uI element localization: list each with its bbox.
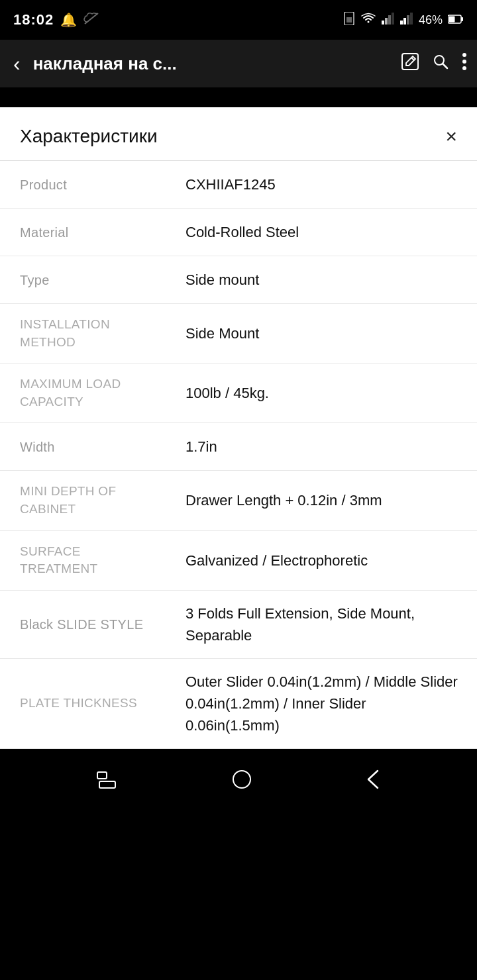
spec-label-depth: MINI DEPTH OF CABINET — [0, 471, 172, 530]
svg-point-20 — [233, 771, 250, 788]
battery-percent: 46% — [419, 13, 443, 27]
card-title: Характеристики — [20, 126, 158, 147]
status-left: 18:02 🔔 — [13, 11, 101, 28]
home-icon[interactable] — [231, 769, 252, 795]
svg-rect-3 — [385, 18, 388, 24]
svg-point-17 — [462, 66, 466, 70]
svg-rect-8 — [407, 15, 409, 24]
table-row: MAXIMUM LOAD CAPACITY 100lb / 45kg. — [0, 364, 477, 423]
svg-point-16 — [462, 60, 466, 64]
spec-value-slide-style: 3 Folds Full Extension, Side Mount, Sepa… — [172, 591, 477, 658]
recent-apps-icon[interactable] — [97, 771, 118, 793]
spec-value-material: Cold-Rolled Steel — [172, 209, 477, 256]
spec-label-type: Type — [0, 256, 172, 303]
table-row: INSTALLATION METHOD Side Mount — [0, 304, 477, 364]
wifi-icon — [360, 13, 376, 28]
svg-rect-5 — [392, 13, 394, 24]
table-row: PLATE THICKNESS Outer Slider 0.04in(1.2m… — [0, 659, 477, 749]
nav-bar: ‹ накладная на с... — [0, 40, 477, 87]
spec-value-surface: Galvanized / Electrophoretic — [172, 531, 477, 590]
bottom-nav — [0, 749, 477, 815]
sim-icon — [343, 12, 355, 28]
battery-icon — [448, 13, 464, 27]
spec-label-load: MAXIMUM LOAD CAPACITY — [0, 364, 172, 422]
svg-rect-1 — [346, 17, 352, 23]
spec-label-slide-style: Black SLIDE STYLE — [0, 591, 172, 658]
no-alert-icon — [83, 12, 101, 28]
spec-value-installation: Side Mount — [172, 304, 477, 363]
svg-rect-12 — [461, 17, 463, 21]
svg-point-15 — [462, 53, 466, 57]
signal-bars-2-icon — [400, 13, 413, 28]
card-header: Характеристики × — [0, 107, 477, 161]
page-title: накладная на с... — [33, 54, 392, 74]
svg-rect-11 — [449, 16, 455, 22]
spec-label-material: Material — [0, 209, 172, 256]
spec-label-product: Product — [0, 161, 172, 208]
search-icon[interactable] — [431, 52, 450, 75]
spec-label-plate: PLATE THICKNESS — [0, 659, 172, 748]
spec-value-type: Side mount — [172, 256, 477, 303]
table-row: Product CXHIIAF1245 — [0, 161, 477, 209]
specs-table: Product CXHIIAF1245 Material Cold-Rolled… — [0, 161, 477, 749]
status-bar: 18:02 🔔 — [0, 0, 477, 40]
spec-label-surface: SURFACE TREATMENT — [0, 531, 172, 590]
svg-rect-2 — [382, 21, 384, 24]
black-separator — [0, 87, 477, 107]
table-row: Type Side mount — [0, 256, 477, 304]
svg-rect-4 — [388, 15, 391, 24]
close-button[interactable]: × — [445, 126, 457, 146]
table-row: SURFACE TREATMENT Galvanized / Electroph… — [0, 531, 477, 591]
spec-value-depth: Drawer Length + 0.12in / 3mm — [172, 471, 477, 530]
svg-rect-6 — [400, 21, 403, 24]
table-row: Material Cold-Rolled Steel — [0, 209, 477, 256]
svg-rect-7 — [403, 18, 406, 24]
svg-rect-13 — [402, 54, 418, 70]
spec-value-product: CXHIIAF1245 — [172, 161, 477, 208]
signal-bars-1-icon — [382, 13, 395, 28]
spec-label-installation: INSTALLATION METHOD — [0, 304, 172, 363]
specs-card: Характеристики × Product CXHIIAF1245 Mat… — [0, 107, 477, 749]
status-icons: 46% — [343, 12, 464, 28]
spec-value-plate: Outer Slider 0.04in(1.2mm) / Middle Slid… — [172, 659, 477, 748]
table-row: Width 1.7in — [0, 423, 477, 471]
edit-icon[interactable] — [401, 52, 419, 75]
svg-rect-19 — [99, 781, 115, 788]
svg-rect-9 — [410, 13, 413, 24]
back-nav-icon[interactable] — [366, 769, 380, 794]
spec-value-width: 1.7in — [172, 423, 477, 470]
notification-icon: 🔔 — [60, 12, 77, 28]
table-row: MINI DEPTH OF CABINET Drawer Length + 0.… — [0, 471, 477, 530]
table-row: Black SLIDE STYLE 3 Folds Full Extension… — [0, 591, 477, 659]
svg-rect-18 — [97, 772, 107, 779]
spec-label-width: Width — [0, 423, 172, 470]
status-time: 18:02 — [13, 11, 54, 28]
nav-icons — [401, 52, 467, 75]
back-button[interactable]: ‹ — [10, 48, 24, 79]
more-options-icon[interactable] — [462, 52, 467, 75]
spec-value-load: 100lb / 45kg. — [172, 364, 477, 422]
